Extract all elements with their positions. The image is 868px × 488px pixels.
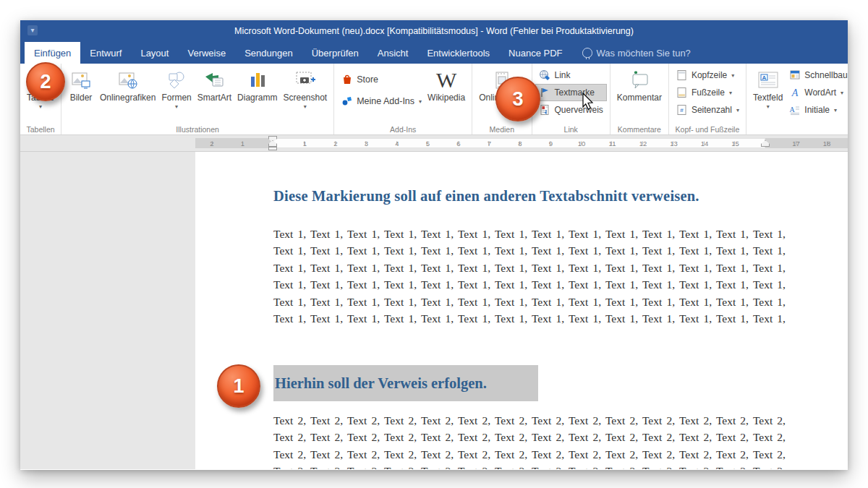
smartart-label: SmartArt — [197, 93, 231, 103]
word-window: ▾ Microsoft Word-Dokument (neu).docx [Ko… — [20, 20, 848, 470]
mouse-cursor — [582, 93, 596, 111]
tab-ansicht[interactable]: Ansicht — [368, 42, 418, 64]
group-illustrationen: Bilder Onlinegrafiken Formen ▾ SmartArt — [61, 64, 334, 134]
tab-entwicklertools[interactable]: Entwicklertools — [417, 42, 499, 64]
tab-einfuegen[interactable]: Einfügen — [25, 42, 80, 64]
text1-paragraph[interactable]: Text 1, Text 1, Text 1, Text 1, Text 1, … — [273, 226, 786, 327]
cross-reference-icon — [539, 104, 551, 116]
my-addins-label: Meine Add-Ins — [357, 96, 414, 106]
lightbulb-icon — [582, 48, 592, 58]
body-text-line: Text 1, Text 1, Text 1, Text 1, Text 1, … — [273, 242, 786, 259]
chart-label: Diagramm — [237, 93, 277, 103]
customize-quick-access-icon[interactable]: ▾ — [27, 25, 38, 35]
link-button[interactable]: Link — [536, 67, 606, 83]
tab-entwurf[interactable]: Entwurf — [80, 42, 131, 64]
document-heading-1[interactable]: Diese Markierung soll auf einen anderen … — [273, 188, 699, 205]
header-button[interactable]: Kopfzeile ▾ — [673, 67, 742, 83]
my-addins-button[interactable]: Meine Add-Ins ▾ — [338, 93, 425, 109]
chevron-down-icon: ▾ — [304, 104, 307, 110]
chevron-down-icon: ▾ — [736, 107, 739, 114]
footer-icon — [676, 87, 688, 99]
store-button[interactable]: Store — [338, 72, 425, 87]
header-label: Kopfzeile — [692, 70, 727, 80]
new-comment-icon — [629, 67, 650, 93]
online-pictures-button[interactable]: Onlinegrafiken — [97, 66, 158, 104]
ribbon-tab-bar: Einfügen Entwurf Layout Verweise Sendung… — [20, 42, 848, 64]
screenshot-label: Screenshot — [283, 93, 327, 103]
body-text-line: Text 1, Text 1, Text 1, Text 1, Text 1, … — [273, 226, 786, 242]
body-text-line: Text 2, Text 2, Text 2, Text 2, Text 2, … — [273, 429, 786, 445]
quick-parts-button[interactable]: Schnellbausteine — [786, 67, 848, 83]
pictures-button[interactable]: Bilder — [65, 66, 97, 104]
textbox-label: Textfeld — [753, 93, 783, 103]
group-label-illustrationen: Illustrationen — [61, 125, 333, 134]
group-link: Link Textmarke Querverweis Link — [532, 64, 610, 134]
smartart-button[interactable]: SmartArt — [195, 66, 234, 104]
wikipedia-label: Wikipedia — [427, 93, 465, 103]
left-indent-marker[interactable] — [268, 147, 277, 150]
tab-verweise[interactable]: Verweise — [178, 42, 235, 64]
pictures-label: Bilder — [70, 93, 93, 103]
body-text-line: Text 2, Text 2, Text 2, Text 2, Text 2, … — [273, 446, 786, 463]
drop-cap-button[interactable]: A Initiale ▾ — [786, 102, 848, 118]
body-text-line: Text 2, Text 2, Text 2, Text 2, Text 2, … — [273, 463, 786, 469]
chevron-down-icon: ▾ — [175, 104, 178, 110]
wordart-icon: A — [788, 87, 801, 99]
shapes-icon — [166, 67, 187, 93]
body-text-line: Text 1, Text 1, Text 1, Text 1, Text 1, … — [273, 276, 786, 293]
shapes-label: Formen — [161, 93, 191, 103]
page-number-label: Seitenzahl — [692, 105, 732, 115]
document-area: Diese Markierung soll auf einen anderen … — [20, 152, 848, 469]
chevron-down-icon: ▾ — [729, 90, 732, 96]
group-label-link: Link — [532, 125, 610, 134]
chevron-down-icon: ▾ — [419, 98, 422, 105]
title-bar: ▾ Microsoft Word-Dokument (neu).docx [Ko… — [20, 20, 848, 42]
textbox-button[interactable]: A Textfeld ▾ — [750, 66, 786, 111]
group-kommentare: Kommentar Kommentare — [610, 64, 669, 134]
tab-nuance-pdf[interactable]: Nuance PDF — [499, 42, 571, 64]
chevron-down-icon: ▾ — [39, 104, 42, 110]
textbox-icon: A — [757, 67, 779, 93]
quick-parts-icon — [788, 69, 801, 82]
body-text-line: Text 1, Text 1, Text 1, Text 1, Text 1, … — [273, 260, 786, 276]
tell-me-label: Was möchten Sie tun? — [597, 48, 691, 59]
store-icon — [341, 74, 353, 86]
wikipedia-button[interactable]: W Wikipedia — [425, 66, 468, 104]
footer-button[interactable]: Fußzeile ▾ — [673, 85, 742, 100]
screenshot-button[interactable]: Screenshot ▾ — [280, 66, 330, 111]
tab-ueberpruefen[interactable]: Überprüfen — [302, 42, 368, 64]
new-comment-label: Kommentar — [617, 93, 662, 103]
picture-icon — [71, 67, 91, 93]
group-text: A Textfeld ▾ Schnellbausteine A WordArt — [746, 64, 848, 134]
group-kopf-fusszeile: Kopfzeile ▾ Fußzeile ▾ # Seitenzahl ▾ — [669, 64, 746, 134]
tell-me-box[interactable]: Was möchten Sie tun? — [575, 42, 698, 64]
text2-paragraph[interactable]: Text 2, Text 2, Text 2, Text 2, Text 2, … — [273, 412, 786, 469]
bookmark-flag-icon — [539, 87, 551, 99]
group-label-tabellen: Tabellen — [20, 125, 61, 134]
window-title: Microsoft Word-Dokument (neu).docx [Komp… — [234, 26, 634, 36]
my-addins-icon — [341, 95, 353, 108]
wordart-button[interactable]: A WordArt ▾ — [786, 85, 848, 100]
screenshot-icon — [295, 67, 315, 93]
svg-text:A: A — [762, 74, 766, 81]
page-number-icon: # — [676, 104, 688, 116]
tab-sendungen[interactable]: Sendungen — [235, 42, 302, 64]
shapes-button[interactable]: Formen ▾ — [158, 66, 194, 111]
new-comment-button[interactable]: Kommentar — [614, 66, 665, 104]
svg-text:#: # — [680, 107, 684, 114]
tab-layout[interactable]: Layout — [131, 42, 178, 64]
body-text-line: Text 2, Text 2, Text 2, Text 2, Text 2, … — [273, 412, 786, 429]
group-label-kopf-fusszeile: Kopf- und Fußzeile — [669, 125, 746, 134]
chevron-down-icon: ▾ — [841, 90, 843, 96]
highlighted-target-heading[interactable]: Hierhin soll der Verweis erfolgen. — [273, 365, 538, 401]
wikipedia-icon: W — [436, 69, 456, 91]
chart-button[interactable]: Diagramm — [234, 66, 280, 104]
online-pictures-icon — [118, 67, 138, 93]
page-number-button[interactable]: # Seitenzahl ▾ — [673, 102, 742, 118]
svg-text:A: A — [791, 87, 799, 98]
callout-badge-2: 2 — [26, 62, 65, 101]
document-heading-2: Hierhin soll der Verweis erfolgen. — [273, 375, 487, 392]
horizontal-ruler[interactable]: 21 123456789101112131415 1718 — [20, 135, 848, 152]
chart-icon — [248, 67, 267, 93]
group-label-addins: Add-Ins — [334, 125, 472, 134]
